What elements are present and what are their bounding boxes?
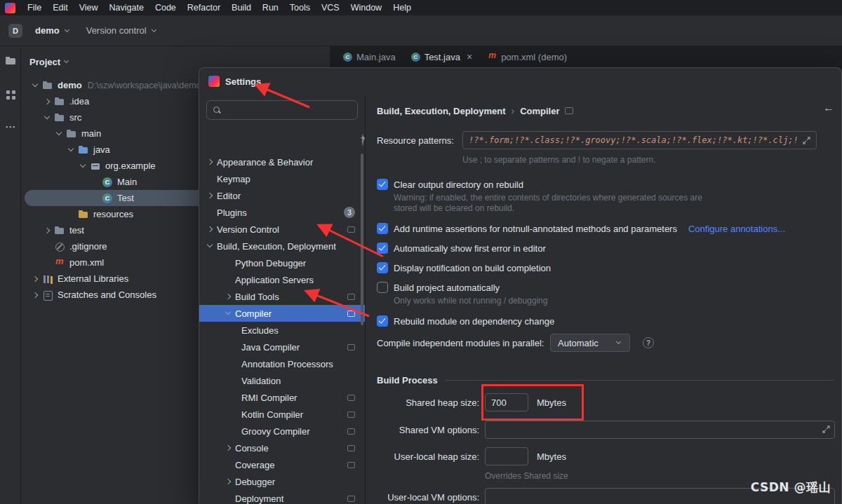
- chevron-right-icon[interactable]: [43, 226, 51, 235]
- chevron-down-icon[interactable]: [31, 81, 39, 90]
- shared-heap-label: Shared heap size:: [377, 397, 479, 408]
- tab-pom-xml[interactable]: pom.xml (demo): [480, 46, 575, 67]
- checkbox-runtime-assertions[interactable]: Add runtime assertions for notnull-annot…: [377, 222, 785, 236]
- breadcrumb-menu-icon[interactable]: [565, 107, 573, 114]
- settings-item-java-compiler[interactable]: Java Compiler: [199, 339, 365, 355]
- settings-item-excludes[interactable]: Excludes: [199, 322, 365, 339]
- menu-item-navigate[interactable]: Navigate: [104, 3, 149, 13]
- vcs-widget[interactable]: Version control: [80, 22, 167, 39]
- settings-item-compiler[interactable]: Compiler: [199, 305, 365, 322]
- settings-dialog-header[interactable]: Settings: [199, 68, 841, 95]
- chevron-right-icon[interactable]: [31, 291, 39, 299]
- tab-test-java[interactable]: Test.java ×: [403, 46, 481, 67]
- checkbox-show-first-error[interactable]: Automatically show first error in editor: [377, 241, 546, 255]
- settings-item-debugger[interactable]: Debugger: [199, 473, 365, 490]
- menu-item-window[interactable]: Window: [345, 3, 387, 13]
- parallel-compile-dropdown[interactable]: Automatic: [550, 334, 630, 352]
- chevron-right-icon[interactable]: [224, 444, 232, 452]
- settings-item-build-tools[interactable]: Build Tools: [199, 288, 365, 305]
- menu-item-vcs[interactable]: VCS: [316, 3, 345, 13]
- checkbox-build-notification[interactable]: Display notification on build completion: [377, 261, 551, 275]
- chevron-spacer: [91, 178, 99, 186]
- resource-patterns-field[interactable]: !?*.form;!?*.class;!?*.groovy;!?*.scala;…: [462, 131, 817, 149]
- chevron-spacer: [230, 326, 239, 334]
- chevron-spacer: [206, 208, 214, 217]
- settings-item-version-control[interactable]: Version Control: [199, 221, 365, 238]
- user-heap-input[interactable]: [485, 447, 528, 465]
- settings-item-build-execution-deployment[interactable]: Build, Execution, Deployment: [199, 238, 365, 254]
- settings-item-deployment[interactable]: Deployment: [199, 490, 365, 504]
- settings-item-plugins[interactable]: Plugins 3: [199, 204, 365, 221]
- checkbox-rebuild-on-dependency-change[interactable]: Rebuild module on dependency change: [377, 314, 554, 328]
- chevron-right-icon[interactable]: [224, 477, 232, 486]
- settings-item-rmi-compiler[interactable]: RMI Compiler: [199, 389, 365, 406]
- chevron-down-icon[interactable]: [206, 242, 214, 250]
- chevron-down-icon[interactable]: [67, 146, 75, 154]
- menu-item-code[interactable]: Code: [149, 3, 182, 13]
- chevron-spacer: [230, 376, 239, 385]
- more-tool-windows-icon[interactable]: ⋯: [4, 122, 17, 135]
- chevron-right-icon[interactable]: [43, 97, 51, 106]
- build-automatically-hint: Only works while not running / debugging: [394, 296, 547, 306]
- close-icon[interactable]: ×: [467, 51, 472, 62]
- expand-field-icon[interactable]: [803, 137, 810, 144]
- settings-item-console[interactable]: Console: [199, 440, 365, 456]
- help-icon[interactable]: [362, 134, 363, 146]
- checkbox-clear-output[interactable]: Clear output directory on rebuild: [377, 177, 523, 191]
- chevron-spacer: [43, 243, 51, 251]
- menu-item-help[interactable]: Help: [387, 3, 417, 13]
- menu-item-run[interactable]: Run: [257, 3, 284, 13]
- settings-item-application-servers[interactable]: Application Servers: [199, 271, 365, 288]
- shared-vm-input[interactable]: [485, 421, 835, 439]
- resource-patterns-label: Resource patterns:: [377, 135, 462, 146]
- chevron-down-icon[interactable]: [79, 162, 87, 170]
- settings-item-python-debugger[interactable]: Python Debugger: [199, 254, 365, 271]
- settings-item-validation[interactable]: Validation: [199, 372, 365, 389]
- structure-tool-window-icon[interactable]: [4, 88, 17, 101]
- settings-item-kotlin-compiler[interactable]: Kotlin Compiler: [199, 406, 365, 423]
- menu-item-tools[interactable]: Tools: [284, 3, 316, 13]
- settings-item-keymap[interactable]: Keymap: [199, 170, 365, 187]
- chevron-down-icon[interactable]: [43, 114, 51, 122]
- resource-patterns-hint: Use ; to separate patterns and ! to nega…: [462, 155, 656, 165]
- settings-item-groovy-compiler[interactable]: Groovy Compiler: [199, 423, 365, 440]
- expand-field-icon[interactable]: [822, 425, 830, 433]
- chevron-spacer: [91, 194, 99, 203]
- settings-item-appearance-behavior[interactable]: Appearance & Behavior: [199, 154, 365, 170]
- class-icon: [411, 53, 420, 62]
- back-arrow-icon[interactable]: ←: [823, 102, 834, 114]
- tab-main-java[interactable]: Main.java: [335, 46, 403, 67]
- chevron-right-icon[interactable]: [224, 292, 232, 301]
- project-tool-window-icon[interactable]: [4, 55, 17, 67]
- settings-item-editor[interactable]: Editor: [199, 187, 365, 204]
- breadcrumb-parent[interactable]: Build, Execution, Deployment: [377, 106, 505, 116]
- menu-item-view[interactable]: View: [74, 3, 104, 13]
- settings-search-input[interactable]: [225, 105, 352, 116]
- checkbox-build-automatically[interactable]: Build project automatically: [377, 280, 500, 294]
- chevron-down-icon[interactable]: [224, 309, 232, 318]
- tree-scrollbar[interactable]: [361, 154, 363, 325]
- settings-item-annotation-processors[interactable]: Annotation Processors: [199, 355, 365, 372]
- menu-item-build[interactable]: Build: [226, 3, 257, 13]
- menu-item-file[interactable]: File: [22, 3, 47, 13]
- tool-window-strip: ⋯: [0, 46, 21, 504]
- folder-icon: [54, 96, 65, 107]
- chevron-right-icon[interactable]: [206, 191, 214, 200]
- chevron-right-icon[interactable]: [206, 158, 214, 166]
- chevron-down-icon[interactable]: [55, 130, 63, 138]
- chevron-right-icon[interactable]: [31, 275, 39, 283]
- configure-annotations-link[interactable]: Configure annotations...: [688, 224, 785, 234]
- chevron-right-icon[interactable]: [206, 225, 214, 233]
- menu-item-refactor[interactable]: Refactor: [182, 3, 226, 13]
- project-config-icon: [347, 344, 355, 350]
- folder-icon: [42, 80, 53, 91]
- settings-item-coverage[interactable]: Coverage: [199, 456, 365, 473]
- settings-search-box[interactable]: [206, 100, 358, 120]
- folder-icon: [54, 112, 65, 123]
- help-icon[interactable]: [643, 337, 654, 348]
- shared-vm-row: Shared VM options:: [377, 421, 835, 439]
- project-widget[interactable]: demo: [29, 22, 80, 39]
- project-config-icon: [347, 226, 355, 233]
- menu-item-edit[interactable]: Edit: [47, 3, 74, 13]
- settings-dialog: Settings Appearance & Behavior Keymap: [199, 67, 842, 504]
